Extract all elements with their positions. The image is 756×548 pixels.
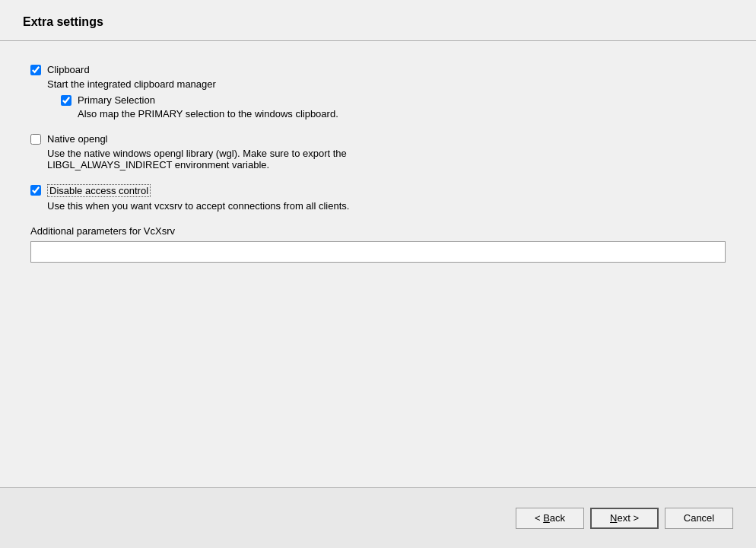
dialog-title: Extra settings	[23, 15, 103, 28]
primary-selection-label[interactable]: Primary Selection	[78, 94, 155, 106]
primary-selection-description: Also map the PRIMARY selection to the wi…	[78, 108, 726, 119]
clipboard-option-row: Clipboard	[30, 64, 726, 75]
clipboard-option-group: Clipboard Start the integrated clipboard…	[30, 64, 726, 119]
clipboard-label[interactable]: Clipboard	[47, 64, 90, 75]
next-button[interactable]: Next >	[590, 508, 659, 529]
clipboard-description: Start the integrated clipboard manager	[47, 78, 726, 90]
native-opengl-description: Use the native windows opengl library (w…	[47, 148, 726, 170]
primary-selection-sub-option: Primary Selection Also map the PRIMARY s…	[61, 94, 726, 119]
dialog-footer: < Back Next > Cancel	[0, 487, 756, 548]
disable-access-control-label[interactable]: Disable access control	[47, 184, 151, 197]
additional-params-input[interactable]	[30, 241, 726, 263]
disable-access-control-description: Use this when you want vcxsrv to accept …	[47, 200, 726, 212]
extra-settings-dialog: Extra settings Clipboard Start the integ…	[0, 0, 756, 548]
native-opengl-option-group: Native opengl Use the native windows ope…	[30, 133, 726, 170]
dialog-content: Clipboard Start the integrated clipboard…	[0, 41, 756, 487]
additional-params-group: Additional parameters for VcXsrv	[30, 225, 726, 263]
dialog-header: Extra settings	[0, 0, 756, 40]
clipboard-checkbox[interactable]	[30, 65, 41, 75]
native-opengl-checkbox[interactable]	[30, 134, 41, 145]
native-opengl-label[interactable]: Native opengl	[47, 133, 108, 145]
primary-selection-row: Primary Selection	[61, 94, 726, 106]
additional-params-label: Additional parameters for VcXsrv	[30, 225, 726, 237]
disable-access-control-option-group: Disable access control Use this when you…	[30, 184, 726, 212]
disable-access-control-checkbox[interactable]	[30, 185, 41, 196]
primary-selection-checkbox[interactable]	[61, 95, 71, 106]
back-button[interactable]: < Back	[516, 508, 584, 529]
cancel-button[interactable]: Cancel	[665, 508, 733, 529]
native-opengl-option-row: Native opengl	[30, 133, 726, 145]
disable-access-control-option-row: Disable access control	[30, 184, 726, 197]
